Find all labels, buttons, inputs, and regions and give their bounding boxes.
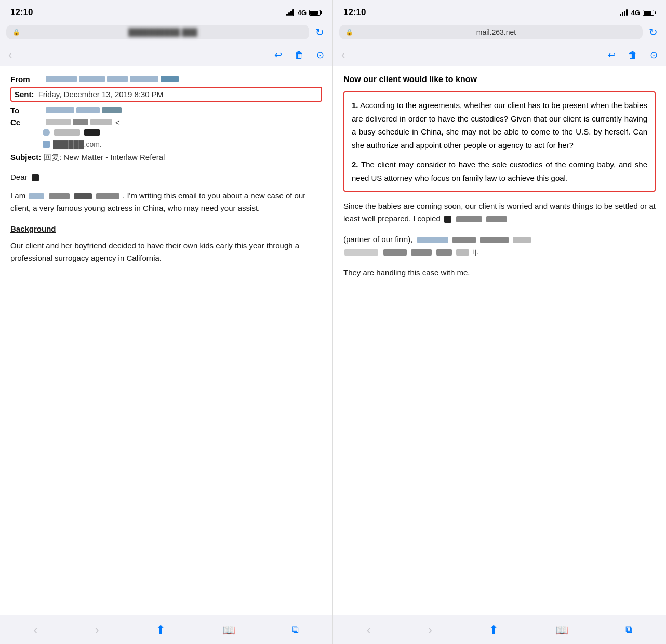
left-url-field[interactable]: 🔒 ██████████.███: [6, 25, 309, 39]
cc-redact-1: [46, 119, 71, 125]
right-lock-icon: 🔒: [345, 29, 353, 36]
closing-redact-10: [411, 249, 432, 256]
left-bottom-toolbar: ‹ › ⬆ 📖 ⧉: [0, 615, 332, 644]
sent-label: Sent:: [15, 90, 34, 99]
cc-row-2: [10, 129, 322, 136]
right-phone-panel: 12:10 4G 🔒 mail.263.net ↻ ‹ ↩ 🗑 ⊙: [333, 0, 666, 644]
right-bottom-tabs[interactable]: ⧉: [625, 624, 632, 635]
right-trash-button[interactable]: 🗑: [628, 50, 637, 61]
subject-row: Subject: 回复: New Matter - Interlaw Refer…: [10, 153, 322, 163]
right-back-button[interactable]: ‹: [341, 48, 345, 62]
salutation-redact: [32, 174, 39, 181]
cc-row-3: ██████.com.: [10, 140, 322, 149]
right-bottom-toolbar: ‹ › ⬆ 📖 ⧉: [333, 615, 666, 644]
left-bottom-share[interactable]: ⬆: [156, 623, 165, 637]
left-reload-button[interactable]: ↻: [313, 26, 326, 38]
email-body-left: Dear I am . I'm writing this email to yo…: [10, 171, 322, 264]
closing-text-3: They are handling this case with me.: [343, 268, 470, 277]
question-2: 2. The client may consider to have the s…: [352, 158, 647, 184]
right-nav-toolbar: ‹ ↩ 🗑 ⊙: [333, 44, 666, 66]
right-menu-button[interactable]: ⊙: [650, 49, 658, 61]
right-battery-icon: [643, 10, 656, 16]
closing-redact-5: [452, 237, 476, 243]
intro-text: I am: [10, 191, 25, 200]
highlighted-questions-box: 1. According to the agreements, whether …: [343, 91, 656, 192]
left-back-button[interactable]: ‹: [8, 48, 12, 62]
right-bottom-back[interactable]: ‹: [367, 623, 371, 637]
to-redact-1: [46, 107, 74, 113]
left-status-icons: 4G: [286, 9, 322, 17]
from-redact-3: [107, 76, 128, 82]
right-url-field[interactable]: 🔒 mail.263.net: [339, 25, 643, 39]
intro-redact-1: [29, 193, 44, 199]
left-email-content: From Sent: Friday, December 13, 2019 8:3…: [0, 66, 332, 615]
closing-redact-6: [480, 237, 509, 243]
from-redact-1: [46, 76, 77, 82]
cc-label: Cc: [10, 118, 42, 127]
closing-redact-4: [417, 237, 448, 243]
left-nav-toolbar: ‹ ↩ 🗑 ⊙: [0, 44, 332, 66]
background-text: Our client and her boyfriend decided to …: [10, 239, 322, 264]
closing-redact-3: [486, 216, 507, 222]
closing-redact-1: [444, 216, 451, 223]
from-row: From: [10, 75, 322, 84]
right-network-type: 4G: [631, 9, 640, 17]
battery-icon: [309, 10, 322, 16]
right-reload-button[interactable]: ↻: [647, 26, 660, 38]
right-status-icons: 4G: [620, 9, 656, 17]
closing-para-2: (partner of our firm), ij.: [343, 233, 656, 258]
closing-redact-12: [456, 249, 469, 256]
cc-redact-5: [84, 129, 100, 136]
cc-redact-4: [54, 129, 80, 136]
background-heading: Background: [10, 223, 322, 235]
sent-value: Friday, December 13, 2019 8:30 PM: [38, 90, 164, 99]
right-time: 12:10: [343, 7, 366, 18]
left-menu-button[interactable]: ⊙: [316, 49, 324, 61]
to-row: To: [10, 106, 322, 115]
q2-text: The client may consider to have the sole…: [352, 160, 647, 182]
right-reply-button[interactable]: ↩: [608, 49, 616, 61]
q1-number: 1.: [352, 101, 358, 110]
right-signal-icon: [620, 9, 628, 16]
left-phone-panel: 12:10 4G 🔒 ██████████.███ ↻ ‹ ↩ 🗑: [0, 0, 333, 644]
left-time: 12:10: [10, 7, 33, 18]
cc-redact-2: [73, 119, 88, 125]
left-reply-button[interactable]: ↩: [274, 49, 282, 61]
right-email-body: Since the babies are coming soon, our cl…: [343, 200, 656, 279]
q2-number: 2.: [352, 160, 358, 169]
to-redact-3: [102, 107, 122, 113]
left-status-bar: 12:10 4G: [0, 0, 332, 23]
signal-icon: [286, 9, 294, 16]
closing-para: Since the babies are coming soon, our cl…: [343, 200, 656, 225]
closing-text-2: (partner of our firm),: [343, 235, 412, 244]
question-1: 1. According to the agreements, whether …: [352, 99, 647, 152]
right-status-bar: 12:10 4G: [333, 0, 666, 23]
closing-redact-8: [344, 249, 378, 256]
sent-row: Sent: Friday, December 13, 2019 8:30 PM: [10, 87, 322, 102]
subject-value: 回复: New Matter - Interlaw Referal: [44, 153, 165, 163]
dear-text: Dear: [10, 172, 28, 181]
cc-row: Cc <: [10, 118, 322, 127]
left-bottom-bookmarks[interactable]: 📖: [222, 624, 235, 636]
intro-redact-4: [96, 193, 119, 199]
right-url-text: mail.263.net: [356, 28, 636, 36]
left-bottom-tabs[interactable]: ⧉: [292, 624, 299, 635]
left-trash-button[interactable]: 🗑: [295, 50, 304, 61]
right-section-heading: Now our client would like to know: [343, 75, 656, 84]
cc-avatar: [43, 129, 50, 136]
intro-paragraph: I am . I'm writing this email to you abo…: [10, 190, 322, 214]
right-bottom-bookmarks[interactable]: 📖: [555, 624, 568, 636]
to-label: To: [10, 106, 42, 115]
network-type: 4G: [298, 9, 307, 17]
right-bottom-forward[interactable]: ›: [428, 623, 432, 637]
right-bottom-share[interactable]: ⬆: [489, 623, 498, 637]
cc-redact-3: [90, 119, 112, 125]
lock-icon: 🔒: [12, 29, 20, 36]
subject-label: Subject:: [10, 153, 42, 162]
left-bottom-forward[interactable]: ›: [95, 623, 99, 637]
closing-redact-2: [456, 216, 482, 222]
to-redact-2: [76, 107, 100, 113]
left-bottom-back[interactable]: ‹: [34, 623, 38, 637]
right-address-bar: 🔒 mail.263.net ↻: [333, 23, 666, 44]
closing-redact-9: [383, 249, 407, 256]
